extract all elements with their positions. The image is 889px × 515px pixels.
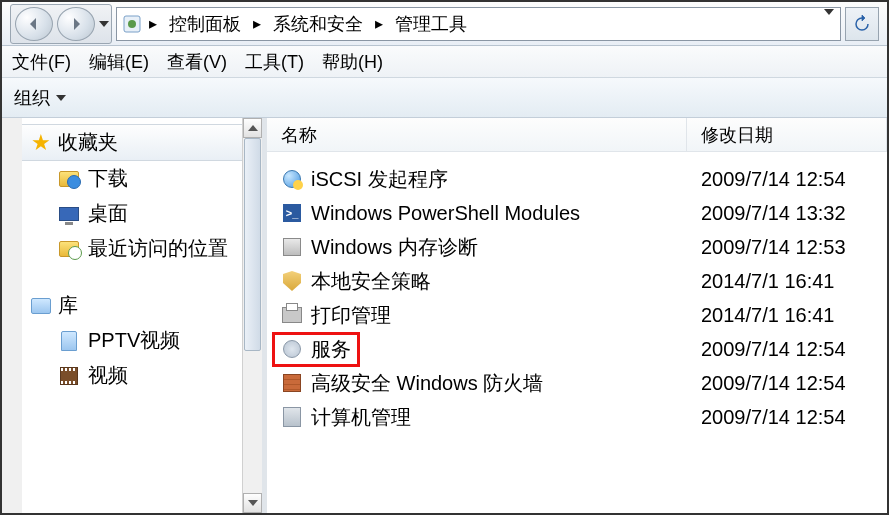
file-row[interactable]: Windows 内存诊断2009/7/14 12:53 [267,230,887,264]
favorites-label: 收藏夹 [58,129,118,156]
nav-buttons-shell [10,4,112,44]
toolbar: 组织 [2,78,887,118]
file-name-label: 打印管理 [311,302,391,329]
file-row[interactable]: 高级安全 Windows 防火墙2009/7/14 12:54 [267,366,887,400]
sidebar-item-downloads[interactable]: 下载 [22,161,242,196]
file-name-label: iSCSI 发起程序 [311,166,448,193]
highlight-box: 服务 [272,332,360,367]
file-name-cell: 本地安全策略 [267,268,687,295]
back-button[interactable] [15,7,53,41]
file-row[interactable]: 服务2009/7/14 12:54 [267,332,887,366]
chevron-right-icon[interactable]: ▸ [149,14,157,33]
printer-icon [281,304,303,326]
file-date-cell: 2014/7/1 16:41 [687,304,887,327]
file-name-label: 服务 [311,336,351,363]
file-name-label: Windows PowerShell Modules [311,202,580,225]
scroll-up-button[interactable] [243,118,262,138]
sidebar-item-desktop[interactable]: 桌面 [22,196,242,231]
file-date-cell: 2009/7/14 12:54 [687,372,887,395]
address-toolbar: ▸ 控制面板 ▸ 系统和安全 ▸ 管理工具 [2,2,887,46]
file-name-cell: 计算机管理 [267,404,687,431]
file-row[interactable]: >_Windows PowerShell Modules2009/7/14 13… [267,196,887,230]
chip-icon [281,236,303,258]
file-date-cell: 2009/7/14 12:54 [687,338,887,361]
recent-folder-icon [58,238,80,260]
file-row[interactable]: 计算机管理2009/7/14 12:54 [267,400,887,434]
file-date-cell: 2014/7/1 16:41 [687,270,887,293]
sidebar-item-recent[interactable]: 最近访问的位置 [22,231,242,266]
folder-download-icon [58,168,80,190]
address-bar[interactable]: ▸ 控制面板 ▸ 系统和安全 ▸ 管理工具 [116,7,841,41]
library-icon [30,295,52,317]
organize-button[interactable]: 组织 [14,86,66,110]
file-name-label: 本地安全策略 [311,268,431,295]
film-icon [58,365,80,387]
sidebar-item-label: 下载 [88,165,128,192]
video-library-icon [58,330,80,352]
file-date-cell: 2009/7/14 12:53 [687,236,887,259]
nav-gutter [2,118,22,513]
file-date-cell: 2009/7/14 12:54 [687,168,887,191]
shield-icon [281,270,303,292]
forward-button[interactable] [57,7,95,41]
file-row[interactable]: 打印管理2014/7/1 16:41 [267,298,887,332]
explorer-window: ▸ 控制面板 ▸ 系统和安全 ▸ 管理工具 文件(F) 编辑(E) 查看(V) … [0,0,889,515]
arrow-up-icon [248,125,258,131]
organize-label: 组织 [14,86,50,110]
sidebar-item-label: 桌面 [88,200,128,227]
control-panel-icon [123,15,141,33]
file-name-cell: >_Windows PowerShell Modules [267,202,687,225]
menu-edit[interactable]: 编辑(E) [89,50,149,74]
library-group: 库 PPTV视频 视频 [22,288,242,393]
breadcrumb-root[interactable]: 控制面板 [165,10,245,38]
address-dropdown-icon[interactable] [822,15,834,33]
scroll-down-button[interactable] [243,493,262,513]
file-name-cell: Windows 内存诊断 [267,234,687,261]
sidebar-item-label: 最近访问的位置 [88,235,228,262]
globe-icon [281,168,303,190]
file-name-label: Windows 内存诊断 [311,234,478,261]
breadcrumb-mid[interactable]: 系统和安全 [269,10,367,38]
refresh-button[interactable] [845,7,879,41]
scroll-thumb[interactable] [244,138,261,351]
svg-point-1 [128,20,136,28]
file-row[interactable]: iSCSI 发起程序2009/7/14 12:54 [267,162,887,196]
column-header-date[interactable]: 修改日期 [687,118,887,151]
breadcrumb-leaf[interactable]: 管理工具 [391,10,471,38]
chevron-down-icon [56,95,66,101]
sidebar-item-pptv[interactable]: PPTV视频 [22,323,242,358]
file-list: iSCSI 发起程序2009/7/14 12:54>_Windows Power… [267,152,887,513]
file-name-cell: 打印管理 [267,302,687,329]
column-header-name[interactable]: 名称 [267,118,687,151]
library-label: 库 [58,292,78,319]
star-icon: ★ [30,132,52,154]
sidebar-item-label: PPTV视频 [88,327,180,354]
arrow-down-icon [248,500,258,506]
file-name-cell: 服务 [267,332,687,367]
nav-scrollbar[interactable] [242,118,262,513]
library-header[interactable]: 库 [22,288,242,323]
desktop-icon [58,203,80,225]
chevron-right-icon[interactable]: ▸ [375,14,383,33]
nav-tree: ★ 收藏夹 下载 桌面 最近访问的位置 [22,118,242,513]
column-headers: 名称 修改日期 [267,118,887,152]
favorites-group: ★ 收藏夹 下载 桌面 最近访问的位置 [22,124,242,266]
sidebar-item-label: 视频 [88,362,128,389]
list-pane: 名称 修改日期 iSCSI 发起程序2009/7/14 12:54>_Windo… [267,118,887,513]
history-dropdown-icon[interactable] [99,21,109,27]
scroll-track[interactable] [243,138,262,493]
file-row[interactable]: 本地安全策略2014/7/1 16:41 [267,264,887,298]
menu-file[interactable]: 文件(F) [12,50,71,74]
sidebar-item-video[interactable]: 视频 [22,358,242,393]
chevron-right-icon[interactable]: ▸ [253,14,261,33]
navigation-pane: ★ 收藏夹 下载 桌面 最近访问的位置 [2,118,262,513]
file-name-label: 计算机管理 [311,404,411,431]
body-area: ★ 收藏夹 下载 桌面 最近访问的位置 [2,118,887,513]
favorites-header[interactable]: ★ 收藏夹 [22,124,242,161]
menu-tools[interactable]: 工具(T) [245,50,304,74]
menu-view[interactable]: 查看(V) [167,50,227,74]
file-date-cell: 2009/7/14 13:32 [687,202,887,225]
menu-help[interactable]: 帮助(H) [322,50,383,74]
gear-icon [281,338,303,360]
file-name-cell: iSCSI 发起程序 [267,166,687,193]
